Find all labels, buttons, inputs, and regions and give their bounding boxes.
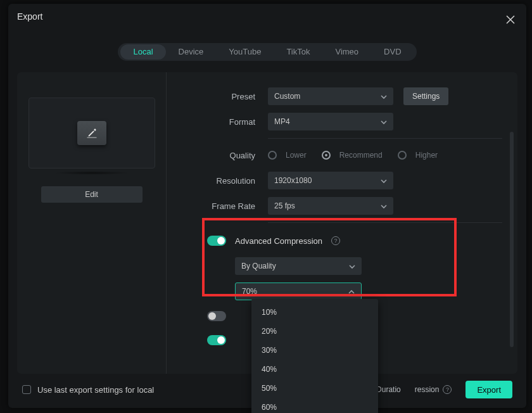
footer-left: Use last export settings for local xyxy=(22,385,154,395)
preset-select[interactable]: Custom xyxy=(268,87,393,105)
quality-option-higher: Higher xyxy=(415,151,438,160)
duration-label-partial: Duratio xyxy=(376,385,401,394)
quality-row: Quality Lower Recommend Higher xyxy=(167,143,502,168)
framerate-value: 25 fps xyxy=(274,201,295,210)
advanced-compression-toggle[interactable] xyxy=(207,236,226,246)
format-label: Format xyxy=(167,117,268,127)
preset-label: Preset xyxy=(167,92,268,101)
pencil-icon xyxy=(77,121,106,145)
export-button[interactable]: Export xyxy=(466,381,512,398)
help-icon[interactable]: ? xyxy=(331,236,340,245)
quality-options: Lower Recommend Higher xyxy=(268,151,444,160)
tab-dvd[interactable]: DVD xyxy=(371,44,414,60)
pct-option-20[interactable]: 20% xyxy=(251,322,378,341)
help-icon[interactable]: ? xyxy=(443,385,452,394)
tab-tiktok[interactable]: TikTok xyxy=(274,44,322,60)
format-select[interactable]: MP4 xyxy=(268,113,393,130)
pct-option-50[interactable]: 50% xyxy=(251,379,378,398)
quality-option-recommend: Recommend xyxy=(339,151,383,160)
compression-label-partial: ression ? xyxy=(415,385,452,394)
divider xyxy=(268,138,502,139)
framerate-row: Frame Rate 25 fps xyxy=(167,193,502,219)
export-dialog: Export Local Device YouTube TikTok Vimeo… xyxy=(8,4,526,408)
use-last-settings-label: Use last export settings for local xyxy=(37,385,154,395)
footer-right: Duratio ression ? Export xyxy=(376,381,512,398)
quality-option-lower: Lower xyxy=(286,151,307,160)
advanced-compression-section: Advanced Compression ? By Quality 70% xyxy=(167,228,502,304)
dialog-header: Export xyxy=(8,4,526,29)
resolution-label: Resolution xyxy=(167,176,268,186)
tab-vimeo[interactable]: Vimeo xyxy=(322,44,371,60)
thumbnail-shadow xyxy=(54,171,130,175)
chevron-down-icon xyxy=(381,118,387,125)
compression-amount-select[interactable]: 70% xyxy=(235,283,362,300)
dialog-body: Edit Preset Custom Settings Format MP4 xyxy=(17,72,517,374)
chevron-down-icon xyxy=(381,203,387,209)
scrollbar[interactable] xyxy=(510,132,514,347)
tab-local[interactable]: Local xyxy=(120,44,165,60)
compression-mode-value: By Quality xyxy=(241,262,276,270)
use-last-settings-checkbox[interactable] xyxy=(22,385,31,394)
divider xyxy=(268,222,502,223)
quality-radio-lower[interactable] xyxy=(268,151,277,160)
secondary-toggle[interactable] xyxy=(207,311,226,321)
compression-mode-row: By Quality xyxy=(235,253,502,279)
settings-button[interactable]: Settings xyxy=(403,87,448,105)
pct-option-10[interactable]: 10% xyxy=(251,303,378,322)
dialog-title: Export xyxy=(17,11,42,22)
pct-option-40[interactable]: 40% xyxy=(251,360,378,379)
preview-pane: Edit xyxy=(17,72,167,374)
pct-option-30[interactable]: 30% xyxy=(251,341,378,360)
resolution-select[interactable]: 1920x1080 xyxy=(268,172,393,189)
tab-youtube[interactable]: YouTube xyxy=(216,44,274,60)
framerate-label: Frame Rate xyxy=(167,201,268,211)
format-value: MP4 xyxy=(274,117,290,126)
chevron-up-icon xyxy=(348,288,355,295)
resolution-value: 1920x1080 xyxy=(274,176,312,185)
video-thumbnail xyxy=(28,98,155,168)
edit-button[interactable]: Edit xyxy=(41,186,142,203)
preset-row: Preset Custom Settings xyxy=(167,84,502,109)
close-icon[interactable] xyxy=(506,15,515,24)
quality-radio-higher[interactable] xyxy=(398,151,407,160)
compression-mode-select[interactable]: By Quality xyxy=(235,257,362,275)
advanced-compression-label: Advanced Compression xyxy=(235,236,322,246)
tertiary-toggle[interactable] xyxy=(207,335,226,345)
framerate-select[interactable]: 25 fps xyxy=(268,197,393,215)
preset-value: Custom xyxy=(274,92,300,101)
chevron-down-icon xyxy=(349,263,355,269)
compression-amount-value: 70% xyxy=(242,287,257,296)
resolution-row: Resolution 1920x1080 xyxy=(167,168,502,193)
format-row: Format MP4 xyxy=(167,109,502,134)
tab-device[interactable]: Device xyxy=(166,44,217,60)
export-destination-tabs: Local Device YouTube TikTok Vimeo DVD xyxy=(118,43,416,61)
quality-radio-recommend[interactable] xyxy=(322,151,331,160)
quality-label: Quality xyxy=(167,151,268,160)
chevron-down-icon xyxy=(381,177,387,184)
chevron-down-icon xyxy=(381,93,387,99)
pct-option-60[interactable]: 60% xyxy=(251,398,378,413)
advanced-compression-toggle-row: Advanced Compression ? xyxy=(207,228,502,253)
compression-amount-dropdown: 10% 20% 30% 40% 50% 60% xyxy=(251,299,378,413)
